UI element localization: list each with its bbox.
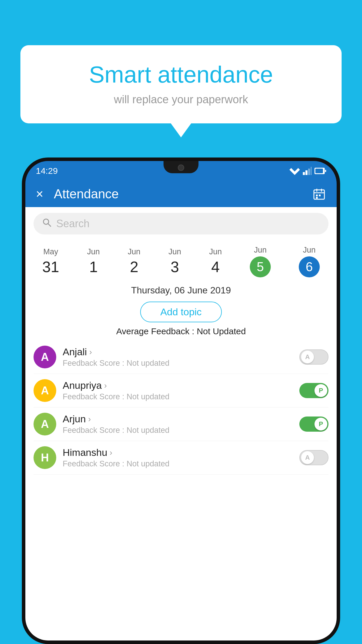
date-picker-row: May 31 Jun 1 Jun 2 Jun 3 Jun 4 bbox=[25, 240, 337, 280]
phone-container: 14:29 bbox=[22, 158, 340, 644]
avatar-anupriya: A bbox=[34, 379, 56, 402]
avatar-arjun: A bbox=[34, 413, 56, 435]
front-camera bbox=[178, 164, 184, 171]
svg-rect-14 bbox=[316, 197, 318, 199]
wifi-icon bbox=[289, 167, 300, 175]
chevron-icon: › bbox=[89, 347, 92, 357]
toggle-arjun[interactable]: P bbox=[299, 416, 328, 432]
svg-rect-6 bbox=[315, 169, 323, 173]
bubble-title: Smart attendance bbox=[38, 61, 324, 88]
student-info-arjun: Arjun › Feedback Score : Not updated bbox=[63, 413, 293, 435]
svg-rect-7 bbox=[325, 170, 326, 172]
toggle-anjali[interactable]: A bbox=[299, 349, 328, 365]
phone-screen: Search May 31 Jun 1 Jun 2 Jun 3 bbox=[25, 207, 337, 640]
svg-rect-4 bbox=[311, 167, 312, 175]
student-name-anupriya: Anupriya bbox=[63, 380, 102, 391]
student-info-anupriya: Anupriya › Feedback Score : Not updated bbox=[63, 380, 293, 401]
volume-button bbox=[22, 243, 25, 269]
chevron-icon: › bbox=[104, 381, 107, 390]
avatar-himanshu: H bbox=[34, 446, 56, 469]
date-jun6[interactable]: Jun 6 bbox=[294, 243, 325, 280]
volume-button-right bbox=[337, 257, 340, 295]
close-button[interactable]: × bbox=[36, 187, 43, 201]
date-jun2[interactable]: Jun 2 bbox=[122, 245, 146, 278]
svg-rect-3 bbox=[308, 169, 310, 175]
chevron-icon: › bbox=[88, 414, 91, 424]
toggle-anupriya[interactable]: P bbox=[299, 383, 328, 398]
student-name-himanshu: Himanshu bbox=[63, 447, 107, 458]
date-may31[interactable]: May 31 bbox=[37, 245, 64, 278]
avatar-anjali: A bbox=[34, 346, 56, 368]
date-jun1[interactable]: Jun 1 bbox=[82, 245, 105, 278]
toggle-himanshu[interactable]: A bbox=[299, 450, 328, 465]
header-title: Attendance bbox=[54, 187, 312, 201]
selected-date: Thursday, 06 June 2019 bbox=[25, 280, 337, 298]
svg-rect-1 bbox=[303, 172, 305, 175]
search-icon bbox=[42, 218, 52, 230]
avg-feedback: Average Feedback : Not Updated bbox=[25, 326, 337, 336]
chevron-icon: › bbox=[110, 448, 112, 457]
calendar-icon[interactable] bbox=[312, 187, 326, 201]
app-header: × Attendance bbox=[25, 181, 337, 207]
battery-icon bbox=[314, 168, 326, 174]
svg-marker-0 bbox=[289, 168, 300, 175]
student-item-anjali[interactable]: A Anjali › Feedback Score : Not updated bbox=[34, 340, 328, 374]
signal-icon bbox=[303, 167, 312, 175]
student-item-arjun[interactable]: A Arjun › Feedback Score : Not updated bbox=[34, 407, 328, 441]
search-input[interactable]: Search bbox=[56, 218, 89, 230]
status-time: 14:29 bbox=[36, 166, 58, 176]
student-name-arjun: Arjun bbox=[63, 413, 86, 425]
student-info-anjali: Anjali › Feedback Score : Not updated bbox=[63, 346, 293, 368]
date-jun3[interactable]: Jun 3 bbox=[163, 245, 187, 278]
student-item-himanshu[interactable]: H Himanshu › Feedback Score : Not update… bbox=[34, 441, 328, 475]
student-info-himanshu: Himanshu › Feedback Score : Not updated bbox=[63, 447, 293, 468]
status-icons bbox=[289, 167, 326, 175]
bubble-subtitle: will replace your paperwork bbox=[38, 93, 324, 106]
phone-frame: 14:29 bbox=[22, 158, 340, 644]
phone-notch bbox=[164, 161, 198, 173]
student-item-anupriya[interactable]: A Anupriya › Feedback Score : Not update… bbox=[34, 374, 328, 407]
svg-line-16 bbox=[48, 224, 51, 226]
search-bar[interactable]: Search bbox=[34, 213, 328, 235]
student-list: A Anjali › Feedback Score : Not updated bbox=[25, 340, 337, 475]
date-jun4[interactable]: Jun 4 bbox=[204, 245, 227, 278]
svg-rect-2 bbox=[305, 170, 307, 175]
power-button bbox=[337, 225, 340, 246]
add-topic-button[interactable]: Add topic bbox=[140, 302, 222, 322]
student-name-anjali: Anjali bbox=[63, 346, 87, 358]
svg-rect-12 bbox=[316, 195, 318, 196]
svg-rect-13 bbox=[319, 195, 321, 196]
speech-bubble: Smart attendance will replace your paper… bbox=[20, 45, 342, 123]
date-jun5[interactable]: Jun 5 bbox=[245, 243, 276, 280]
